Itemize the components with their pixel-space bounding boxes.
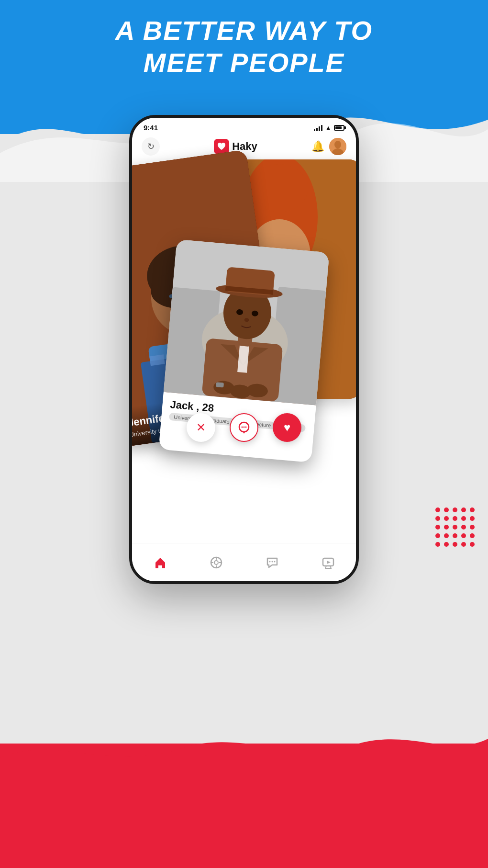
svg-marker-67 <box>327 561 331 564</box>
battery-icon <box>334 125 344 131</box>
status-bar: 9:41 ▲ <box>132 118 356 134</box>
dot-grid-decoration <box>435 507 475 547</box>
svg-rect-49 <box>216 382 224 387</box>
nav-home[interactable] <box>154 556 167 569</box>
svg-point-52 <box>244 427 245 428</box>
phone-screen: 9:41 ▲ ↻ <box>129 115 359 584</box>
header-right: 🔔 <box>311 138 346 155</box>
phone-mockup: 9:41 ▲ ↻ <box>129 115 359 584</box>
svg-point-60 <box>269 561 270 562</box>
user-avatar[interactable] <box>329 138 346 155</box>
nav-media[interactable] <box>322 556 335 569</box>
svg-point-62 <box>274 561 275 562</box>
svg-point-1 <box>334 141 341 148</box>
wifi-icon: ▲ <box>325 124 332 132</box>
status-icons: ▲ <box>314 124 344 132</box>
bell-icon[interactable]: 🔔 <box>311 140 324 153</box>
like-button[interactable]: ♥ <box>273 413 301 442</box>
message-button[interactable] <box>230 413 258 442</box>
nav-messages[interactable] <box>266 556 279 569</box>
svg-point-55 <box>214 561 218 564</box>
bottom-navigation <box>132 543 356 581</box>
hero-section: A BETTER WAY TO MEET PEOPLE <box>0 14 488 79</box>
signal-icon <box>314 124 322 131</box>
status-time: 9:41 <box>144 124 158 132</box>
card-area: Jennifer , 2 University undergraduate <box>132 159 356 485</box>
refresh-button[interactable]: ↻ <box>142 137 160 156</box>
nav-discover[interactable] <box>210 556 223 569</box>
action-buttons: ✕ ♥ <box>187 413 301 442</box>
svg-point-61 <box>271 561 273 562</box>
refresh-icon: ↻ <box>147 141 155 152</box>
reject-button[interactable]: ✕ <box>187 413 215 442</box>
hero-title: A BETTER WAY TO MEET PEOPLE <box>0 14 488 79</box>
red-wave <box>0 724 488 782</box>
svg-point-51 <box>242 427 243 428</box>
svg-point-53 <box>245 427 247 428</box>
svg-rect-18 <box>149 354 165 366</box>
jack-photo <box>164 239 330 406</box>
